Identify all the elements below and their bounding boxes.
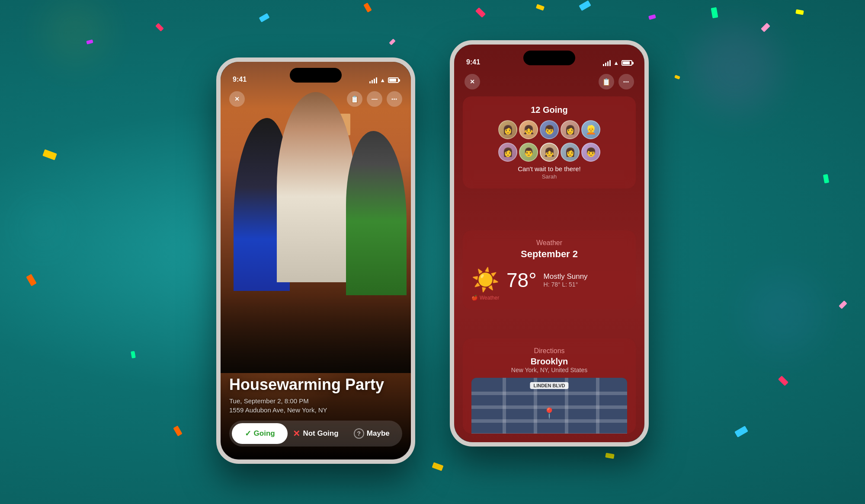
avatar-5: 👱 (581, 120, 600, 139)
avatar-7: 👨 (519, 143, 538, 162)
not-going-x-icon: ✕ (293, 428, 300, 439)
weather-temp: 78° (506, 268, 537, 292)
signal-bars (369, 77, 377, 83)
going-count-label: 12 Going (471, 105, 627, 115)
map-road-h-4 (471, 433, 627, 434)
calendar-icon-btn[interactable]: 📋 (347, 91, 362, 107)
phone1-header: ✕ 📋 — ••• (221, 87, 411, 111)
battery-fill (389, 79, 396, 82)
phone2-more-btn[interactable]: ••• (618, 74, 634, 89)
map-road-h-1 (471, 392, 627, 395)
going-button[interactable]: ✓ Going (232, 423, 288, 444)
map-road-v-4 (596, 378, 599, 434)
phone-event-details: 9:41 ▲ ✕ 📋 (450, 40, 649, 447)
directions-label: Directions (471, 347, 627, 355)
weather-card: Weather September 2 ☀️ 78° Mostly Sunny … (463, 230, 636, 309)
avatar-8: 👧 (540, 143, 559, 162)
dynamic-island (290, 68, 342, 83)
going-comment-author: Sarah (471, 173, 627, 180)
phone1-bottom-content: Housewarming Party Tue, September 2, 8:0… (221, 367, 411, 459)
maybe-button[interactable]: ? Maybe (344, 423, 400, 444)
avatar-6: 👩 (498, 143, 517, 162)
phone2-wifi-icon: ▲ (613, 60, 619, 66)
avatars-top-row: 👩 👧 👦 👩 👱 (471, 120, 627, 139)
not-going-button[interactable]: ✕ Not Going (288, 423, 343, 444)
weather-condition: Mostly Sunny (544, 272, 588, 281)
avatar-1: 👩 (498, 120, 517, 139)
battery-icon (388, 77, 399, 83)
signal-bar-1 (369, 81, 371, 83)
weather-label: Weather (471, 239, 627, 247)
apple-icon: 🍎 (471, 295, 478, 301)
phone1-time: 9:41 (233, 76, 247, 83)
phone2-time: 9:41 (466, 58, 480, 66)
event-date: Tue, September 2, 8:00 PM (229, 397, 402, 405)
phone2-close-button[interactable]: ✕ (465, 74, 480, 89)
phone2-calendar-btn[interactable]: 📋 (599, 74, 614, 89)
phone2-status-icons: ▲ (603, 60, 632, 66)
directions-city: Brooklyn (471, 357, 627, 367)
signal-bar-3 (374, 79, 375, 83)
close-button[interactable]: ✕ (229, 91, 245, 107)
rsvp-bar: ✓ Going ✕ Not Going ? Maybe (229, 421, 402, 447)
phone1-status-icons: ▲ (369, 77, 399, 83)
phone2-signal-bars (603, 60, 611, 66)
not-going-label: Not Going (303, 429, 338, 438)
phone2-dynamic-island (523, 51, 575, 65)
signal-bar-2 (372, 80, 373, 83)
header-icon-group: 📋 — ••• (347, 91, 402, 107)
sun-icon: ☀️ (471, 267, 500, 293)
phone2-battery-fill (623, 61, 630, 64)
phone2-signal-bar-1 (603, 64, 604, 66)
wifi-icon: ▲ (380, 77, 385, 83)
minimize-icon-btn[interactable]: — (367, 91, 382, 107)
phone2-signal-bar-2 (605, 63, 606, 66)
event-title: Housewarming Party (229, 376, 402, 394)
weather-info: Mostly Sunny H: 78° L: 51° (544, 272, 588, 288)
phone2-signal-bar-3 (607, 61, 609, 66)
weather-range: H: 78° L: 51° (544, 281, 588, 288)
more-options-btn[interactable]: ••• (387, 91, 402, 107)
weather-source: 🍎 Weather (471, 295, 627, 301)
avatar-9: 👩 (561, 143, 580, 162)
maybe-label: Maybe (367, 429, 390, 438)
avatar-2: 👧 (519, 120, 538, 139)
going-label: Going (254, 429, 275, 438)
avatars-bottom-row: 👩 👨 👧 👩 👦 (471, 143, 627, 162)
weather-date: September 2 (471, 249, 627, 260)
phone2-header: ✕ 📋 ••• (454, 70, 644, 94)
phone2-signal-bar-4 (609, 60, 611, 66)
going-checkmark-icon: ✓ (245, 429, 251, 438)
phone2-battery-icon (622, 60, 632, 66)
signal-bar-4 (376, 77, 377, 83)
weather-row: ☀️ 78° Mostly Sunny H: 78° L: 51° (471, 267, 627, 293)
avatar-4: 👩 (561, 120, 580, 139)
phone-housewarming: 9:41 ▲ ✕ 📋 (216, 57, 415, 464)
going-comment: Can't wait to be there! (471, 165, 627, 172)
person-center (277, 92, 355, 282)
event-address: 1559 Audubon Ave, New York, NY (229, 406, 402, 414)
map-road-label: LINDEN BLVD (530, 382, 568, 389)
directions-address: New York, NY, United States (471, 367, 627, 373)
map-road-h-3 (471, 419, 627, 423)
avatar-3: 👦 (540, 120, 559, 139)
phone2-header-icon-group: 📋 ••• (599, 74, 634, 89)
phones-container: 9:41 ▲ ✕ 📋 (0, 0, 865, 504)
map-pin: 📍 (543, 407, 556, 419)
map-road-v-1 (503, 378, 506, 434)
going-card: 12 Going 👩 👧 👦 👩 👱 👩 👨 👧 👩 👦 Can't wait … (463, 96, 636, 188)
directions-card: Directions Brooklyn New York, NY, United… (463, 338, 636, 434)
maybe-question-icon: ? (354, 428, 364, 439)
map-preview[interactable]: LINDEN BLVD 📍 (471, 378, 627, 434)
avatar-10: 👦 (581, 143, 600, 162)
